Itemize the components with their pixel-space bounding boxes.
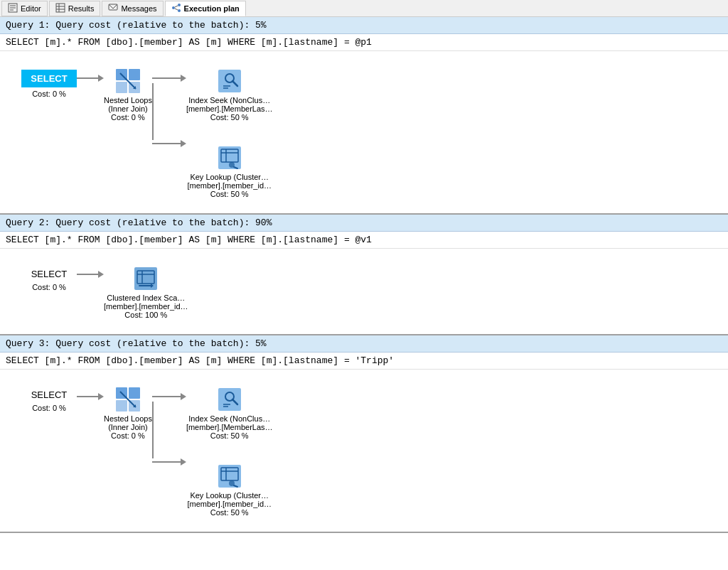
select-cost-1: Cost: 0 % [32,90,66,98]
svg-line-13 [175,9,178,10]
arrow-3a [77,393,104,400]
svg-point-11 [178,9,181,12]
svg-rect-15 [129,69,140,80]
tab-execution-plan-label: Execution plan [184,4,240,13]
select-cost-2: Cost: 0 % [32,283,66,291]
svg-point-10 [178,4,181,6]
svg-rect-4 [56,4,65,12]
right-nodes-1: Index Seek (NonClus… [member].[MemberLas… [186,66,273,198]
svg-rect-43 [218,388,241,411]
query-1-plan: SELECT Cost: 0 % [0,51,728,213]
tab-messages-label: Messages [121,4,156,13]
svg-rect-20 [218,70,241,92]
select-node-1: SELECT Cost: 0 % [21,70,77,98]
results-icon [55,3,65,14]
branch-connector-1 [152,75,186,147]
query-2-plan: SELECT Cost: 0 % [0,249,728,334]
nested-loops-node-3: Nested Loops (Inner Join) Cost: 0 % [104,385,152,440]
tab-execution-plan[interactable]: Execution plan [165,1,246,16]
query-3-plan: SELECT Cost: 0 % [0,370,728,532]
query-2-header: Query 2: Query cost (relative to the bat… [0,215,728,232]
messages-icon [108,3,118,14]
query-1-sql: SELECT [m].* FROM [dbo].[member] AS [m] … [0,34,728,51]
query-3-sql: SELECT [m].* FROM [dbo].[member] AS [m] … [0,353,728,370]
svg-rect-38 [129,387,140,399]
svg-line-12 [175,6,178,7]
index-seek-node-1: Index Seek (NonClus… [member].[MemberLas… [186,66,273,122]
svg-rect-16 [116,82,127,93]
tab-messages[interactable]: Messages [102,1,163,16]
branch-connector-3 [152,393,186,466]
nested-loops-node-1: Nested Loops (Inner Join) Cost: 0 % [104,66,152,122]
clustered-index-scan-node: Clustered Index Sca… [member].[member_id… [104,264,188,319]
arrow-1a [77,75,104,82]
index-seek-node-3: Index Seek (NonClus… [member].[MemberLas… [186,385,273,440]
execution-plan-content: Query 1: Query cost (relative to the bat… [0,17,728,533]
tab-editor-label: Editor [21,4,41,13]
select-node-3: SELECT Cost: 0 % [21,388,77,412]
right-nodes-3: Index Seek (NonClus… [member].[MemberLas… [186,385,273,517]
execution-plan-icon [171,3,181,14]
svg-point-9 [172,6,175,9]
arrow-2a [77,271,104,278]
tab-results[interactable]: Results [49,1,101,16]
select-node-2: SELECT Cost: 0 % [21,267,77,291]
tab-results-label: Results [68,4,95,13]
key-lookup-node-3: Key Lookup (Cluster… [member].[member_id… [186,461,273,517]
select-cost-3: Cost: 0 % [32,404,66,412]
svg-rect-39 [116,400,127,412]
query-1-section: Query 1: Query cost (relative to the bat… [0,17,728,215]
editor-icon [8,3,18,14]
query-3-section: Query 3: Query cost (relative to the bat… [0,335,728,533]
query-2-sql: SELECT [m].* FROM [dbo].[member] AS [m] … [0,232,728,249]
key-lookup-node-1: Key Lookup (Cluster… [member].[member_id… [186,143,273,198]
query-1-header: Query 1: Query cost (relative to the bat… [0,17,728,34]
tab-bar: Editor Results Messages Execution plan [0,0,728,17]
query-3-header: Query 3: Query cost (relative to the bat… [0,335,728,353]
tab-editor[interactable]: Editor [1,1,48,16]
query-2-section: Query 2: Query cost (relative to the bat… [0,215,728,335]
